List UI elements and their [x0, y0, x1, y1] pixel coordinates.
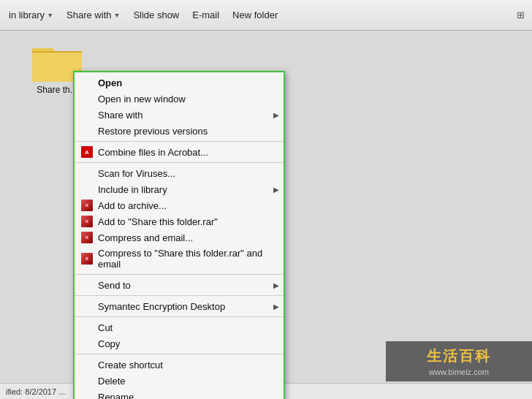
menu-item-label-restore-versions: Restore previous versions	[98, 126, 208, 137]
new-folder-label: New folder	[232, 10, 278, 20]
menu-item-label-open: Open	[98, 77, 122, 88]
share-with-button[interactable]: Share with ▼	[61, 7, 126, 23]
menu-item-label-add-share-rar: Add to "Share this folder.rar"	[98, 216, 218, 227]
context-menu-item-combine-acrobat[interactable]: ACombine files in Acrobat...	[75, 144, 284, 160]
context-menu-separator	[75, 162, 284, 163]
menu-item-label-delete: Delete	[98, 376, 126, 387]
email-label: E-mail	[192, 10, 219, 20]
menu-item-icon-compress-share-email: R	[79, 253, 95, 265]
share-with-label: Share with	[66, 10, 111, 20]
menu-item-label-symantec: Symantec Encryption Desktop	[98, 301, 225, 312]
library-button[interactable]: in library ▼	[3, 7, 59, 23]
menu-item-label-share-with: Share with	[98, 110, 142, 121]
menu-item-label-rename: Rename	[98, 392, 134, 400]
submenu-arrow-icon-symantec: ▶	[273, 303, 279, 311]
menu-item-label-open-new-window: Open in new window	[98, 94, 186, 104]
menu-item-label-send-to: Send to	[98, 280, 131, 291]
main-content-area: Share th... OpenOpen in new windowShare …	[0, 31, 532, 399]
folder-label: Share th...	[37, 85, 77, 95]
context-menu-separator	[75, 354, 284, 354]
menu-item-icon-combine-acrobat: A	[79, 146, 95, 158]
context-menu-item-share-with[interactable]: Share with▶	[75, 107, 284, 123]
context-menu-separator	[75, 316, 284, 317]
context-menu-item-send-to[interactable]: Send to▶	[75, 277, 284, 293]
menu-item-label-scan-viruses: Scan for Viruses...	[98, 168, 175, 179]
menu-item-icon-compress-email: R	[79, 232, 95, 243]
menu-item-label-compress-share-email: Compress to "Share this folder.rar" and …	[98, 248, 269, 270]
context-menu: OpenOpen in new windowShare with▶Restore…	[73, 71, 285, 399]
context-menu-item-rename[interactable]: Rename	[75, 389, 284, 399]
slideshow-button[interactable]: Slide show	[127, 7, 185, 23]
context-menu-item-add-archive[interactable]: RAdd to archive...	[75, 197, 284, 213]
menu-item-icon-add-archive: R	[79, 200, 95, 211]
menu-item-label-combine-acrobat: Combine files in Acrobat...	[98, 147, 208, 158]
watermark-chinese: 生活百科	[427, 346, 491, 366]
context-menu-separator	[75, 295, 284, 296]
submenu-arrow-icon-include-library: ▶	[273, 186, 279, 194]
context-menu-item-create-shortcut[interactable]: Create shortcut	[75, 357, 284, 373]
menu-item-label-create-shortcut: Create shortcut	[98, 360, 163, 370]
menu-item-icon-add-share-rar: R	[79, 216, 95, 227]
email-button[interactable]: E-mail	[186, 7, 225, 23]
watermark: 生活百科 www.bimeiz.com	[386, 341, 532, 381]
context-menu-item-open-new-window[interactable]: Open in new window	[75, 91, 284, 107]
menu-item-label-copy: Copy	[98, 338, 120, 349]
context-menu-item-add-share-rar[interactable]: RAdd to "Share this folder.rar"	[75, 213, 284, 229]
status-text: ified: 8/2/2017 ...	[6, 387, 65, 396]
context-menu-separator	[75, 274, 284, 275]
library-arrow-icon: ▼	[47, 12, 53, 19]
submenu-arrow-icon-share-with: ▶	[273, 111, 279, 119]
context-menu-item-scan-viruses[interactable]: Scan for Viruses...	[75, 165, 284, 181]
new-folder-button[interactable]: New folder	[227, 7, 284, 23]
menu-item-label-add-archive: Add to archive...	[98, 200, 167, 211]
menu-item-label-compress-email: Compress and email...	[98, 232, 193, 243]
watermark-url: www.bimeiz.com	[429, 368, 489, 376]
menu-item-label-include-library: Include in library	[98, 184, 167, 195]
context-menu-item-cut[interactable]: Cut	[75, 319, 284, 335]
context-menu-item-open[interactable]: Open	[75, 75, 284, 91]
context-menu-item-compress-email[interactable]: RCompress and email...	[75, 229, 284, 246]
svg-rect-3	[32, 51, 82, 53]
toolbar: in library ▼ Share with ▼ Slide show E-m…	[0, 0, 532, 31]
submenu-arrow-icon-send-to: ▶	[273, 281, 279, 289]
context-menu-item-compress-share-email[interactable]: RCompress to "Share this folder.rar" and…	[75, 246, 284, 272]
context-menu-item-symantec[interactable]: Symantec Encryption Desktop▶	[75, 298, 284, 314]
share-with-arrow-icon: ▼	[113, 12, 120, 19]
context-menu-item-restore-versions[interactable]: Restore previous versions	[75, 123, 284, 139]
context-menu-item-delete[interactable]: Delete	[75, 373, 284, 389]
library-label: in library	[9, 10, 45, 20]
view-toggle-icon[interactable]: ⊞	[512, 8, 529, 22]
menu-item-label-cut: Cut	[98, 322, 113, 333]
context-menu-separator	[75, 141, 284, 142]
context-menu-item-include-library[interactable]: Include in library▶	[75, 181, 284, 197]
slideshow-label: Slide show	[133, 10, 179, 20]
context-menu-item-copy[interactable]: Copy	[75, 335, 284, 352]
